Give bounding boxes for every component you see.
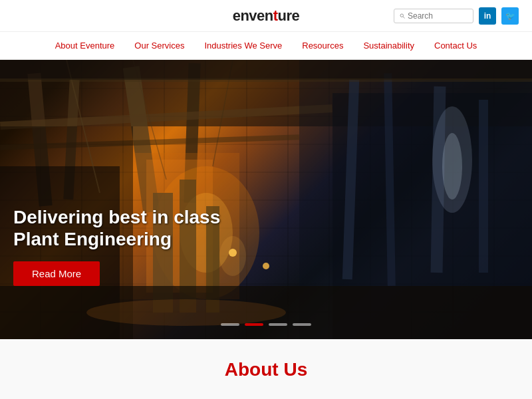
read-more-button[interactable]: Read More [13,261,100,286]
slide-dot-4[interactable] [293,323,311,326]
hero-headline: Delivering best in class Plant Engineeri… [13,206,220,251]
svg-rect-24 [479,100,488,273]
hero-headline-line1: Delivering best in class [13,207,220,227]
nav-sustainability[interactable]: Sustainability [363,41,414,51]
linkedin-icon[interactable]: in [479,7,496,25]
slide-dot-3[interactable] [269,323,287,326]
header: enventure in 🐦 [0,0,532,32]
slide-dot-2[interactable] [245,323,263,326]
svg-point-26 [442,133,462,200]
svg-point-36 [263,263,269,269]
linkedin-label: in [484,11,491,21]
slide-dot-1[interactable] [221,323,239,326]
svg-point-0 [400,14,404,17]
search-input[interactable] [408,11,467,21]
hero-section: Delivering best in class Plant Engineeri… [0,60,532,339]
nav-industries-we-serve[interactable]: Industries We Serve [204,41,282,51]
nav-resources[interactable]: Resources [302,41,343,51]
svg-rect-32 [0,60,532,80]
about-title: About Us [13,359,519,380]
hero-content: Delivering best in class Plant Engineeri… [13,206,220,286]
svg-line-1 [403,17,404,18]
hero-headline-line2: Plant Engineering [13,229,172,249]
logo[interactable]: enventure [233,7,300,25]
svg-rect-33 [0,78,532,82]
twitter-label: 🐦 [505,11,515,21]
header-right: in 🐦 [394,7,519,25]
nav-about-eventure[interactable]: About Eventure [55,41,115,51]
about-section: About Us [0,339,532,399]
nav: About Eventure Our Services Industries W… [0,32,532,60]
search-icon [400,12,405,20]
twitter-icon[interactable]: 🐦 [501,7,519,25]
svg-point-28 [86,299,286,326]
slide-indicators [221,323,311,326]
hero-scene-svg [0,60,532,339]
nav-our-services[interactable]: Our Services [134,41,184,51]
search-box[interactable] [394,9,473,23]
svg-point-35 [219,236,246,276]
logo-text: enventure [233,7,300,25]
nav-contact-us[interactable]: Contact Us [434,41,477,51]
